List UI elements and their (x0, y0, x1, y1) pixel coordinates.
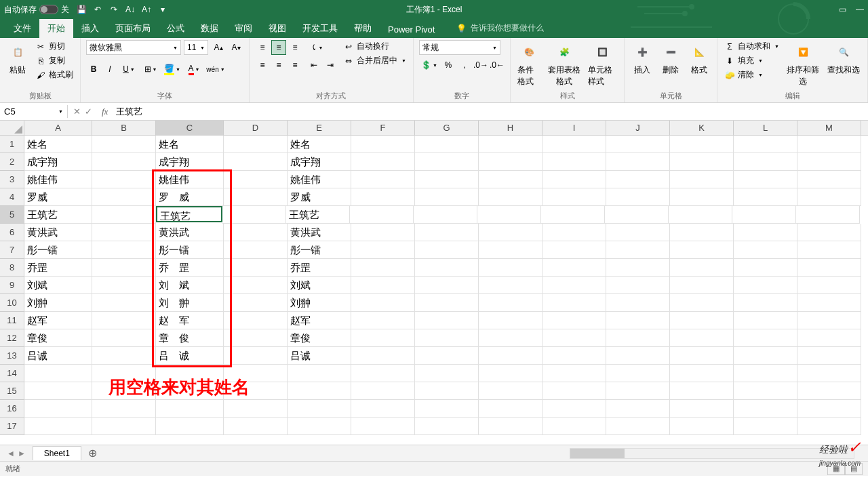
cell[interactable]: 刘 翀 (156, 294, 224, 312)
cell[interactable] (479, 294, 542, 312)
cell[interactable] (479, 312, 542, 329)
minimize-icon[interactable]: — (856, 5, 864, 14)
align-bottom-button[interactable]: ≡ (288, 40, 302, 55)
cell-styles-button[interactable]: 🔲单元格样式 (587, 40, 618, 89)
cell[interactable]: 王筑艺 (156, 206, 222, 222)
cell[interactable] (734, 224, 797, 241)
cell[interactable] (670, 418, 734, 435)
align-middle-button[interactable]: ≡ (271, 40, 286, 55)
cell[interactable] (542, 188, 606, 206)
cell[interactable] (415, 224, 479, 241)
percent-button[interactable]: % (441, 58, 456, 73)
row-header[interactable]: 15 (0, 382, 24, 400)
decrease-font-button[interactable]: A▾ (229, 40, 243, 55)
sort-asc-icon[interactable]: A↓ (125, 4, 136, 15)
font-name-dropdown[interactable]: 微软雅黑▼ (86, 40, 181, 55)
cell[interactable] (797, 224, 861, 241)
cell[interactable] (670, 136, 734, 153)
cell[interactable] (415, 418, 479, 435)
cell[interactable] (24, 365, 92, 382)
autosave-toggle[interactable]: 自动保存 关 (4, 4, 69, 16)
cell[interactable] (542, 365, 606, 382)
bold-button[interactable]: B (86, 62, 101, 77)
horizontal-scrollbar[interactable] (104, 448, 868, 459)
cell[interactable] (224, 241, 288, 259)
col-header[interactable]: B (92, 121, 156, 135)
cell[interactable] (670, 259, 734, 277)
cell[interactable]: 乔 罡 (156, 259, 224, 277)
increase-indent-button[interactable]: ⇥ (323, 58, 338, 73)
orientation-button[interactable]: ⤹▼ (307, 40, 327, 55)
cell[interactable] (479, 347, 542, 365)
tell-me-search[interactable]: 💡 告诉我你想要做什么 (456, 22, 544, 38)
cell[interactable] (670, 382, 734, 400)
cell[interactable] (350, 206, 414, 224)
cell[interactable] (477, 206, 541, 224)
cell[interactable] (479, 153, 542, 171)
cell[interactable] (542, 418, 606, 435)
cell[interactable] (415, 329, 479, 347)
cell[interactable] (415, 400, 479, 418)
paste-button[interactable]: 📋 粘贴 (5, 40, 30, 77)
cell[interactable] (606, 418, 670, 435)
cell[interactable] (797, 259, 861, 277)
cell[interactable] (542, 400, 606, 418)
cell[interactable] (415, 382, 479, 400)
col-header[interactable]: H (479, 121, 542, 135)
cell[interactable] (670, 171, 734, 188)
cell[interactable]: 成宇翔 (156, 153, 224, 171)
align-right-button[interactable]: ≡ (288, 58, 302, 73)
cell[interactable] (351, 418, 415, 435)
cell[interactable] (92, 312, 156, 329)
cell[interactable] (797, 277, 861, 294)
cell[interactable] (542, 136, 606, 153)
cell[interactable] (351, 382, 415, 400)
cell[interactable]: 吕诚 (24, 347, 92, 365)
cell[interactable] (479, 329, 542, 347)
decrease-decimal-button[interactable]: .0← (490, 58, 505, 73)
cut-button[interactable]: ✂剪切 (34, 40, 75, 53)
cell[interactable]: 吕诚 (288, 347, 351, 365)
cell[interactable] (734, 312, 797, 329)
cell[interactable] (734, 277, 797, 294)
decrease-indent-button[interactable]: ⇤ (307, 58, 321, 73)
cell[interactable] (351, 294, 415, 312)
name-box[interactable]: C5▼ (0, 105, 68, 118)
cell[interactable] (479, 241, 542, 259)
cell[interactable]: 姓名 (288, 136, 351, 153)
enter-icon[interactable]: ✓ (85, 106, 92, 117)
cell[interactable]: 姚佳伟 (156, 171, 224, 188)
col-header[interactable]: I (542, 121, 606, 135)
border-button[interactable]: ⊞▼ (140, 62, 161, 77)
phonetic-button[interactable]: wén▼ (205, 62, 226, 77)
col-header[interactable]: E (288, 121, 351, 135)
cell[interactable] (92, 224, 156, 241)
cell[interactable] (541, 206, 605, 224)
col-header[interactable]: C (156, 121, 224, 135)
cell[interactable] (732, 206, 796, 224)
copy-button[interactable]: ⎘复制 (34, 54, 75, 67)
cell[interactable]: 姓名 (156, 136, 224, 153)
cell[interactable] (288, 418, 351, 435)
cell[interactable] (92, 277, 156, 294)
cell[interactable] (415, 294, 479, 312)
cell[interactable]: 黄洪武 (288, 224, 351, 241)
prev-sheet-icon[interactable]: ◄ (7, 449, 15, 458)
find-select-button[interactable]: 🔍查找和选 (825, 40, 862, 77)
row-header[interactable]: 2 (0, 153, 24, 171)
row-header[interactable]: 12 (0, 329, 24, 347)
cell[interactable]: 黄洪武 (156, 224, 224, 241)
cell[interactable] (542, 241, 606, 259)
cell[interactable] (92, 171, 156, 188)
cell[interactable] (414, 206, 477, 224)
merge-center-button[interactable]: ⇔合并后居中▼ (342, 54, 408, 67)
cell[interactable] (479, 188, 542, 206)
cell[interactable] (542, 347, 606, 365)
sort-filter-button[interactable]: 🔽排序和筛选 (785, 40, 821, 89)
cell[interactable] (797, 329, 861, 347)
cell[interactable] (542, 224, 606, 241)
cell[interactable] (797, 400, 861, 418)
cell[interactable] (351, 136, 415, 153)
tab-file[interactable]: 文件 (5, 19, 39, 38)
cell[interactable] (92, 241, 156, 259)
